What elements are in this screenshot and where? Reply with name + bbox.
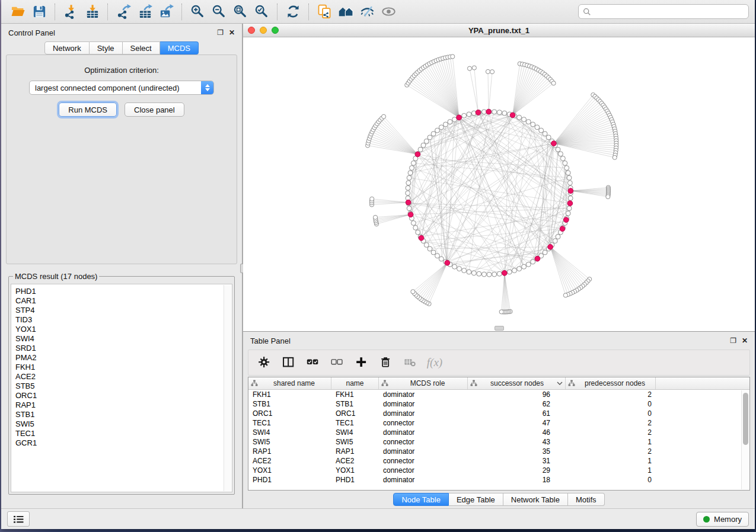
mcds-node[interactable]	[445, 260, 450, 265]
mcds-result-item[interactable]: TEC1	[15, 429, 222, 438]
tab-node-table[interactable]: Node Table	[393, 493, 449, 506]
table-row[interactable]: FKH1FKH1dominator962	[248, 390, 749, 399]
table-row[interactable]: ACE2ACE2connector311	[248, 456, 749, 466]
column-header-name[interactable]: name	[331, 377, 379, 389]
delete-columns-button[interactable]	[378, 355, 394, 370]
memory-button[interactable]: Memory	[696, 512, 749, 527]
split-panel-button[interactable]	[281, 355, 296, 370]
table-row[interactable]: SWI5SWI5connector431	[248, 437, 749, 447]
mcds-node[interactable]	[568, 188, 573, 194]
float-panel-icon[interactable]: ❐	[217, 29, 224, 36]
split-grab-handle[interactable]	[495, 326, 504, 331]
mcds-result-item[interactable]: CAR1	[15, 296, 222, 306]
copy-network-button[interactable]	[314, 2, 335, 21]
tab-mcds[interactable]: MCDS	[160, 41, 199, 55]
table-row[interactable]: ORC1ORC1dominator610	[248, 409, 749, 418]
mcds-result-item[interactable]: GCR1	[15, 438, 222, 448]
maximize-window-icon[interactable]	[272, 27, 279, 34]
mcds-node[interactable]	[408, 212, 413, 217]
import-table-button[interactable]	[81, 2, 103, 21]
mcds-result-item[interactable]: STP4	[15, 306, 222, 315]
mcds-result-item[interactable]: ACE2	[15, 372, 222, 382]
table-row[interactable]: RAP1RAP1dominator352	[248, 447, 749, 456]
zoom-in-button[interactable]	[187, 2, 208, 21]
mcds-result-item[interactable]: SRD1	[15, 344, 222, 353]
close-window-icon[interactable]	[248, 27, 255, 34]
column-header-MCDS-role[interactable]: MCDS role	[379, 377, 468, 389]
function-builder-button[interactable]: f(x)	[427, 355, 442, 370]
deselect-all-button[interactable]	[330, 355, 345, 370]
column-header-predecessor-nodes[interactable]: predecessor nodes	[566, 377, 656, 389]
tab-style[interactable]: Style	[90, 41, 123, 55]
export-image-button[interactable]	[155, 2, 177, 21]
tab-network-table[interactable]: Network Table	[503, 493, 568, 506]
mcds-node[interactable]	[476, 110, 481, 115]
table-row[interactable]: TEC1TEC1connector472	[248, 418, 749, 428]
column-header-successor-nodes[interactable]: successor nodes	[468, 377, 566, 389]
search-input[interactable]	[594, 7, 744, 16]
mcds-result-item[interactable]: PHD1	[15, 287, 222, 296]
mcds-result-item[interactable]: TID3	[15, 315, 222, 325]
export-table-button[interactable]	[134, 2, 155, 21]
import-network-button[interactable]	[60, 2, 81, 21]
zoom-out-button[interactable]	[208, 2, 229, 21]
mcds-node[interactable]	[502, 270, 507, 275]
mcds-result-item[interactable]: YOX1	[15, 325, 222, 334]
minimize-window-icon[interactable]	[260, 27, 267, 34]
close-panel-button[interactable]: Close panel	[125, 102, 184, 117]
mcds-node[interactable]	[567, 201, 573, 206]
tab-motifs[interactable]: Motifs	[568, 493, 605, 506]
mcds-result-item[interactable]: SWI5	[15, 419, 222, 429]
mcds-node[interactable]	[457, 115, 462, 120]
run-mcds-button[interactable]: Run MCDS	[59, 102, 117, 117]
mcds-node[interactable]	[406, 200, 411, 205]
table-row[interactable]: SWI4SWI4dominator462	[248, 428, 749, 437]
mcds-node[interactable]	[563, 217, 569, 223]
apply-preferred-layout-button[interactable]	[282, 2, 304, 21]
float-table-panel-icon[interactable]: ❐	[730, 337, 736, 344]
mcds-node[interactable]	[415, 152, 420, 157]
mcds-node[interactable]	[551, 141, 557, 146]
mcds-result-item[interactable]: ORC1	[15, 391, 222, 400]
mcds-result-item[interactable]: PMA2	[15, 353, 222, 363]
close-panel-icon[interactable]: ✕	[229, 29, 235, 36]
export-network-button[interactable]	[113, 2, 134, 21]
mcds-node[interactable]	[486, 109, 492, 114]
show-flagged-button[interactable]	[378, 2, 399, 21]
network-canvas[interactable]	[243, 37, 755, 331]
tab-network[interactable]: Network	[44, 41, 90, 55]
table-scrollbar-thumb[interactable]	[743, 393, 748, 445]
mcds-node[interactable]	[548, 244, 553, 249]
show-all-networks-button[interactable]	[335, 2, 356, 21]
task-history-button[interactable]	[7, 511, 30, 527]
mcds-node[interactable]	[535, 256, 540, 261]
mcds-node[interactable]	[419, 235, 424, 241]
tab-edge-table[interactable]: Edge Table	[449, 493, 503, 506]
optimization-criterion-select[interactable]: largest connected component (undirected)	[29, 81, 214, 95]
search-box[interactable]	[578, 4, 749, 19]
hide-flagged-button[interactable]	[356, 2, 378, 21]
save-session-button[interactable]	[28, 2, 50, 21]
table-settings-button[interactable]	[257, 355, 272, 370]
open-file-button[interactable]	[7, 2, 28, 21]
select-all-button[interactable]	[305, 355, 321, 370]
mcds-result-item[interactable]: FKH1	[15, 363, 222, 372]
table-scrollbar[interactable]	[741, 390, 749, 489]
mcds-result-item[interactable]: STB1	[15, 410, 222, 419]
table-row[interactable]: PHD1PHD1dominator180	[248, 475, 749, 485]
mcds-result-list[interactable]: PHD1CAR1STP4TID3YOX1SWI4SRD1PMA2FKH1ACE2…	[11, 284, 232, 492]
create-column-button[interactable]	[354, 355, 369, 370]
mcds-node[interactable]	[510, 113, 515, 118]
mcds-result-item[interactable]: RAP1	[15, 400, 222, 410]
delete-table-button[interactable]	[403, 355, 418, 370]
table-row[interactable]: YOX1YOX1connector291	[248, 466, 749, 475]
network-graph[interactable]	[243, 37, 755, 331]
table-row[interactable]: STB1STB1dominator620	[248, 399, 749, 409]
mcds-result-item[interactable]: SWI4	[15, 334, 222, 344]
column-header-shared-name[interactable]: shared name	[248, 377, 331, 389]
mcds-result-item[interactable]: STB5	[15, 382, 222, 391]
tab-select[interactable]: Select	[123, 41, 160, 55]
zoom-selected-button[interactable]	[251, 2, 272, 21]
zoom-fit-button[interactable]	[229, 2, 251, 21]
result-list-scrollbar[interactable]	[224, 285, 231, 491]
